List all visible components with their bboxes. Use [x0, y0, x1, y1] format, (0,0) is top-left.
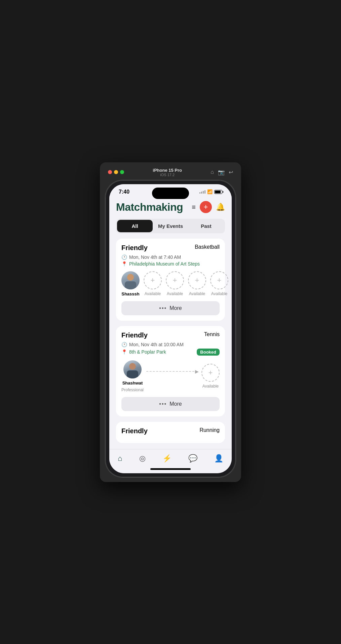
- tab-my-events[interactable]: My Events: [153, 220, 188, 232]
- event-meta: 🕐 Mon, Nov 4th at 7:40 AM 📍 Philadelphia…: [121, 254, 220, 267]
- add-event-button[interactable]: +: [200, 201, 212, 213]
- player-slot-available-3: + Available: [188, 271, 206, 296]
- plus-icon: +: [151, 276, 155, 285]
- connector-line: ▶: [144, 369, 201, 374]
- notification-bell-icon[interactable]: 🔔: [216, 203, 225, 211]
- simulator-frame: iPhone 15 Pro iOS 17.2 ⌂ 📷 ↩ 7:40: [100, 162, 241, 482]
- home-bar: [150, 468, 191, 470]
- home-indicator: [109, 466, 232, 473]
- player-avatar-shasssh[interactable]: [121, 271, 140, 289]
- event-type-running: Friendly: [121, 427, 148, 435]
- player-label: Available: [167, 291, 183, 296]
- player-label: Available: [211, 291, 227, 296]
- dynamic-island: [152, 188, 189, 199]
- app-header: Matchmaking ≡ + 🔔: [116, 197, 225, 219]
- tab-past[interactable]: Past: [188, 220, 224, 232]
- event-sport-tennis: Tennis: [204, 331, 220, 337]
- clock-icon: 🕐: [121, 254, 127, 260]
- clock-icon-tennis: 🕐: [121, 342, 127, 347]
- more-dots-icon: •••: [159, 305, 167, 311]
- more-dots-icon-tennis: •••: [159, 401, 167, 407]
- event-type-tennis: Friendly: [121, 331, 148, 339]
- plus-icon: +: [195, 276, 199, 285]
- player-label-available-tennis: Available: [202, 384, 219, 389]
- event-card-header: Friendly Basketball: [121, 244, 220, 252]
- location-pin-icon: 📍: [121, 261, 127, 267]
- available-slot[interactable]: +: [144, 271, 162, 289]
- device-name: iPhone 15 Pro: [153, 168, 182, 173]
- nav-item-activity[interactable]: ⚡: [158, 453, 176, 464]
- event-meta-tennis: 🕐 Mon, Nov 4th at 10:00 AM 📍 8th & Popla…: [121, 342, 220, 356]
- player-slot-available-2: + Available: [166, 271, 184, 296]
- arrow-right-icon: ▶: [195, 369, 199, 374]
- header-actions: ≡ + 🔔: [192, 201, 225, 213]
- event-card-running: Friendly Running: [116, 422, 225, 443]
- event-card-tennis: Friendly Tennis 🕐 Mon, Nov 4th at 10:00 …: [116, 326, 225, 416]
- phone-screen: 7:40 📶: [109, 184, 232, 473]
- simulator-title: iPhone 15 Pro iOS 17.2: [153, 168, 182, 177]
- signal-icon: [199, 190, 205, 194]
- messages-nav-icon: 💬: [188, 454, 197, 463]
- event-sport-running: Running: [199, 427, 220, 433]
- player-name-shashwat: Shashwat: [122, 380, 143, 386]
- available-slot[interactable]: +: [166, 271, 184, 289]
- more-button-basketball[interactable]: ••• More: [121, 301, 220, 315]
- plus-icon: +: [173, 276, 177, 285]
- tabs-container: All My Events Past: [116, 219, 225, 233]
- activity-nav-icon: ⚡: [162, 454, 172, 463]
- rotate-icon[interactable]: ↩: [229, 169, 233, 175]
- filter-icon[interactable]: ≡: [192, 203, 196, 211]
- tennis-player-available: + Available: [201, 364, 220, 389]
- event-datetime-row-tennis: 🕐 Mon, Nov 4th at 10:00 AM: [121, 342, 220, 347]
- player-label-professional: Professional: [121, 388, 144, 392]
- close-button[interactable]: [108, 170, 112, 174]
- traffic-lights: [108, 170, 124, 174]
- event-datetime-row: 🕐 Mon, Nov 4th at 7:40 AM: [121, 254, 220, 260]
- nav-item-home[interactable]: ⌂: [114, 453, 126, 464]
- explore-nav-icon: ◎: [139, 454, 146, 463]
- event-type: Friendly: [121, 244, 148, 252]
- more-button-tennis[interactable]: ••• More: [121, 397, 220, 411]
- screenshot-icon[interactable]: 📷: [218, 169, 225, 175]
- event-datetime: Mon, Nov 4th at 7:40 AM: [129, 254, 181, 260]
- fullscreen-button[interactable]: [120, 170, 124, 174]
- event-sport: Basketball: [195, 244, 220, 250]
- more-label: More: [169, 305, 182, 311]
- home-nav-icon: ⌂: [118, 454, 122, 463]
- plus-icon-tennis: +: [209, 368, 213, 377]
- nav-item-explore[interactable]: ◎: [135, 453, 150, 464]
- battery-icon: [214, 190, 222, 194]
- event-location-row: 📍 Philadelphia Museum of Art Steps: [121, 261, 220, 267]
- player-slot-available-1: + Available: [144, 271, 162, 296]
- event-location-row-tennis: 📍 8th & Poplar Park Booked: [121, 349, 220, 356]
- tab-all[interactable]: All: [117, 220, 153, 232]
- player-avatar-shashwat[interactable]: [123, 360, 142, 378]
- player-label: Available: [145, 291, 161, 296]
- event-card-basketball: Friendly Basketball 🕐 Mon, Nov 4th at 7:…: [116, 239, 225, 321]
- event-card-header-tennis: Friendly Tennis: [121, 331, 220, 339]
- tennis-players-row: Shashwat Professional ▶ + Available: [121, 360, 220, 392]
- app-title: Matchmaking: [116, 201, 183, 213]
- available-slot[interactable]: +: [188, 271, 206, 289]
- player-slot-available-4: + Available: [210, 271, 228, 296]
- available-slot-tennis[interactable]: +: [201, 364, 220, 382]
- nav-item-profile[interactable]: 👤: [210, 453, 227, 464]
- status-right: 📶: [199, 189, 222, 194]
- player-slot-host: Shasssh: [121, 271, 140, 296]
- location-pin-icon-tennis: 📍: [121, 349, 127, 355]
- status-bar: 7:40 📶: [109, 184, 232, 197]
- minimize-button[interactable]: [114, 170, 118, 174]
- ios-version: iOS 17.2: [153, 173, 182, 177]
- player-name: Shasssh: [121, 291, 139, 296]
- nav-item-messages[interactable]: 💬: [184, 453, 201, 464]
- app-content: Matchmaking ≡ + 🔔 All My Eve: [109, 197, 232, 449]
- more-label-tennis: More: [169, 401, 182, 407]
- booked-badge: Booked: [197, 349, 220, 356]
- home-simulator-icon[interactable]: ⌂: [211, 169, 214, 175]
- add-icon: +: [204, 203, 208, 211]
- event-card-header-running: Friendly Running: [121, 427, 220, 435]
- status-time: 7:40: [119, 189, 129, 195]
- simulator-actions: ⌂ 📷 ↩: [211, 169, 233, 175]
- event-location-tennis: 8th & Poplar Park: [129, 349, 166, 355]
- available-slot[interactable]: +: [210, 271, 228, 289]
